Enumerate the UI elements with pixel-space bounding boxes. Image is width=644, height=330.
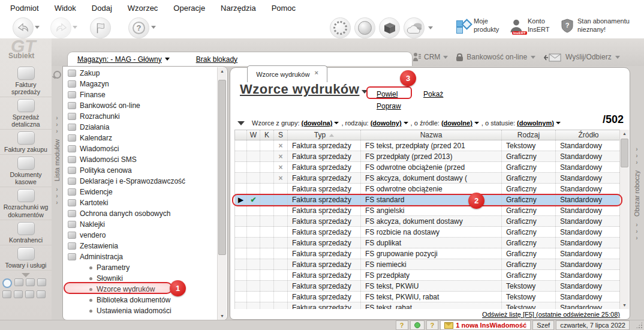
- module-sub-item[interactable]: Ustawienia wiadomości: [64, 305, 216, 316]
- filter-value-link[interactable]: (dowolne): [441, 119, 473, 127]
- column-header[interactable]: W: [247, 130, 260, 140]
- module-item[interactable]: Działania: [64, 122, 216, 133]
- sidebar-item[interactable]: Faktury sprzedaży: [0, 65, 52, 97]
- mini-module-icon[interactable]: [2, 278, 12, 288]
- sidebar-item[interactable]: Sprzedaż detaliczna: [0, 97, 52, 130]
- mini-module-icon[interactable]: [14, 290, 23, 298]
- scroll-down-icon[interactable]: ▼: [220, 312, 224, 320]
- column-header[interactable]: Rodzaj: [502, 130, 556, 140]
- sidebar-item[interactable]: Kontrahenci: [0, 220, 52, 245]
- page-title[interactable]: Wzorce wydruków: [240, 82, 368, 97]
- sphere-button[interactable]: [354, 17, 375, 38]
- sidebar-item[interactable]: Faktury zakupu: [0, 130, 52, 155]
- column-header[interactable]: [235, 130, 247, 140]
- table-row[interactable]: × Faktura sprzedaży FS tekst, przedpłaty…: [235, 140, 621, 151]
- help-dropdown-caret[interactable]: [151, 26, 156, 29]
- table-row[interactable]: Faktura sprzedaży FS duplikat Graficzny …: [235, 238, 621, 248]
- module-item[interactable]: Naklejki: [64, 219, 216, 230]
- magazyn-link[interactable]: Magazyn: - MAG - Główny: [77, 55, 162, 64]
- refresh-list-link[interactable]: Odśwież listę [F5] (ostatnie odświeżenie…: [482, 311, 620, 318]
- stan-abonamentu-button[interactable]: ? Stan abonamentu nieznany!: [561, 17, 630, 34]
- back-dropdown-caret[interactable]: [35, 26, 40, 29]
- module-item[interactable]: Wiadomości SMS: [64, 154, 216, 165]
- table-row[interactable]: Faktura sprzedaży FS przedpłaty Graficzn…: [235, 270, 621, 281]
- workspace-strip-label[interactable]: Obszar roboczy: [633, 170, 640, 217]
- konto-insert-button[interactable]: InsERT Konto InsERT: [508, 17, 549, 34]
- module-item[interactable]: Polityka cenowa: [64, 165, 216, 176]
- menu-item[interactable]: Operacje: [165, 1, 213, 15]
- module-strip-label[interactable]: Lista modułów: [53, 139, 61, 181]
- scroll-up-icon[interactable]: ▲: [622, 130, 627, 137]
- sync-button[interactable]: [330, 17, 351, 38]
- tab-wzorce-wydrukow[interactable]: Wzorce wydruków ×: [247, 65, 327, 82]
- back-button[interactable]: [13, 17, 34, 38]
- tab-close-icon[interactable]: ×: [314, 69, 318, 76]
- filter-caret-icon[interactable]: [474, 122, 479, 124]
- module-item[interactable]: Rozrachunki: [64, 111, 216, 122]
- module-item[interactable]: vendero: [64, 230, 216, 241]
- column-header[interactable]: Nazwa: [361, 130, 502, 140]
- pokaz-link[interactable]: Pokaż: [423, 90, 443, 98]
- table-row[interactable]: × Faktura sprzedaży FS odwrotne obciążen…: [235, 162, 621, 173]
- bankowosc-button[interactable]: Bankowość on-line: [456, 53, 535, 61]
- filter-value-link[interactable]: (dowolna): [301, 119, 332, 127]
- module-item[interactable]: Ochrona danych osobowych: [64, 208, 216, 219]
- help-button[interactable]: ?: [128, 17, 149, 38]
- scroll-up-icon[interactable]: ▲: [220, 67, 224, 75]
- mini-module-icon[interactable]: [37, 290, 46, 298]
- forward-button[interactable]: [50, 17, 71, 38]
- module-item[interactable]: Bankowość on-line: [64, 100, 216, 111]
- column-header[interactable]: K: [260, 130, 274, 140]
- cloud-dropdown-caret[interactable]: [428, 26, 433, 29]
- menu-item[interactable]: Pomoc: [264, 1, 303, 15]
- module-item[interactable]: Zakup: [64, 68, 216, 79]
- crm-button[interactable]: CRM: [413, 52, 448, 62]
- filter-caret-icon[interactable]: [334, 122, 339, 124]
- module-item[interactable]: Kartoteki: [64, 197, 216, 208]
- table-row[interactable]: × Faktura sprzedaży FS przedpłaty (przed…: [235, 151, 621, 162]
- menu-item[interactable]: Dodaj: [84, 1, 120, 15]
- scroll-down-icon[interactable]: ▼: [622, 301, 627, 309]
- mini-module-icon[interactable]: [14, 278, 23, 286]
- forward-dropdown-caret[interactable]: [73, 26, 77, 29]
- table-row[interactable]: Faktura sprzedaży FS akcyza, dokument do…: [235, 216, 621, 227]
- table-row[interactable]: Faktura sprzedaży FS angielski Graficzny…: [235, 205, 621, 216]
- table-row[interactable]: Faktura sprzedaży FS tekst, PKWiU, rabat…: [235, 292, 621, 302]
- filter-caret-icon[interactable]: [404, 122, 408, 124]
- cube-button[interactable]: [379, 17, 400, 38]
- user-cell[interactable]: Szef: [532, 320, 554, 330]
- inswiadomosc-button[interactable]: 1 nowa InsWiadomość: [440, 320, 531, 330]
- module-sub-item[interactable]: Biblioteka dokumentów: [64, 295, 216, 305]
- table-row[interactable]: Faktura sprzedaży FS rozbicie na dostawy…: [235, 227, 621, 238]
- module-item[interactable]: Zestawienia: [64, 241, 216, 251]
- column-header[interactable]: Źródło: [556, 130, 622, 140]
- table-scrollbar[interactable]: ▲ ▼: [619, 130, 629, 309]
- brak-blokady-link[interactable]: Brak blokady: [196, 55, 237, 64]
- scrollbar-thumb[interactable]: [621, 139, 628, 167]
- module-item[interactable]: Kalendarz: [64, 133, 216, 143]
- module-list-scrollbar[interactable]: ▲ ▼: [217, 67, 227, 320]
- menu-item[interactable]: Narzędzia: [213, 1, 264, 15]
- mini-module-icon[interactable]: [25, 290, 34, 298]
- module-item[interactable]: Wiadomości: [64, 143, 216, 154]
- sidebar-item[interactable]: Dokumenty kasowe: [0, 155, 52, 187]
- moje-produkty-button[interactable]: Moje produkty: [456, 17, 499, 34]
- mini-module-icon[interactable]: [37, 278, 46, 286]
- filter-value-link[interactable]: (dowolny): [371, 119, 402, 127]
- module-item[interactable]: Finanse: [64, 89, 216, 100]
- sidebar-item[interactable]: Rozrachunki wg dokumentów: [0, 187, 52, 220]
- module-item[interactable]: Magazyn: [64, 79, 216, 89]
- module-sub-item[interactable]: Parametry: [64, 262, 216, 273]
- mini-module-icon[interactable]: [2, 290, 11, 298]
- table-row[interactable]: × Faktura sprzedaży FS akcyza, dokument …: [235, 173, 621, 184]
- magazyn-dropdown-caret[interactable]: [165, 58, 170, 61]
- module-item[interactable]: Ewidencje: [64, 187, 216, 197]
- sidebar-item[interactable]: Towary i usługi: [0, 245, 52, 271]
- mini-module-icon[interactable]: [26, 278, 35, 286]
- module-item[interactable]: Deklaracje i e-Sprawozdawczość: [64, 176, 216, 187]
- table-row[interactable]: Faktura sprzedaży FS niemiecki Graficzny…: [235, 259, 621, 270]
- help-status-button[interactable]: ?: [426, 320, 439, 330]
- help-status-button[interactable]: ?: [396, 320, 408, 330]
- filter-value-link[interactable]: (dowolnym): [517, 119, 554, 127]
- menu-item[interactable]: Widok: [47, 1, 84, 15]
